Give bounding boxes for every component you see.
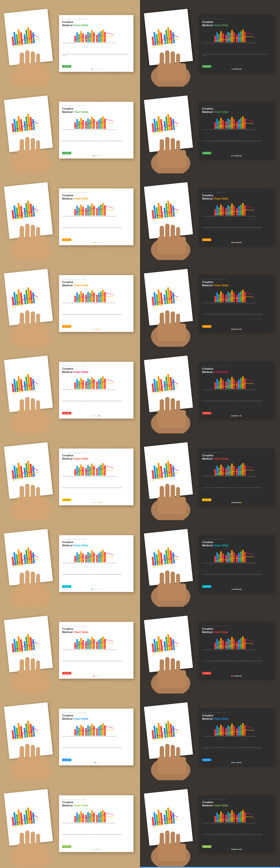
dot-0[interactable] (91, 675, 92, 677)
dot-2[interactable] (95, 849, 96, 850)
btn-r2-left[interactable]: Learn More (62, 152, 71, 154)
dot-5[interactable] (240, 849, 241, 850)
dot-2[interactable] (235, 502, 236, 503)
dot-3[interactable] (97, 675, 98, 677)
dot-4[interactable] (99, 675, 100, 677)
btn-r4-left[interactable]: Learn More (62, 325, 71, 328)
dot-5[interactable] (240, 675, 241, 677)
dot-d5[interactable] (239, 68, 240, 70)
btn-r4-right[interactable]: Learn More (202, 325, 211, 328)
dot-2[interactable] (235, 415, 236, 416)
dot-5[interactable] (240, 415, 241, 416)
dot-0[interactable] (91, 242, 92, 243)
dot-4[interactable] (239, 242, 240, 243)
dot-3[interactable] (237, 502, 238, 503)
btn-r10-left[interactable]: Learn More (62, 845, 71, 848)
dot-0[interactable] (91, 155, 92, 156)
dot-6[interactable] (100, 68, 101, 70)
dot-3[interactable] (237, 762, 238, 763)
dot-5[interactable] (100, 849, 101, 850)
dot-5[interactable] (100, 329, 101, 330)
dot-3[interactable] (97, 762, 98, 763)
dot-3[interactable] (97, 849, 98, 850)
dot-4[interactable] (99, 242, 100, 243)
dot-1[interactable] (93, 589, 94, 590)
dot-5[interactable] (100, 675, 101, 677)
dot-4[interactable] (239, 502, 240, 503)
dot-0[interactable] (231, 675, 232, 677)
dot-5[interactable] (100, 242, 101, 243)
dot-1[interactable] (93, 329, 94, 330)
dot-1[interactable] (233, 415, 234, 416)
dot-3[interactable] (237, 155, 238, 156)
dot-2[interactable] (235, 849, 236, 850)
dot-0[interactable] (231, 155, 232, 156)
dot-5[interactable] (240, 762, 241, 763)
dot-5[interactable] (100, 762, 101, 763)
slide-btn[interactable]: Learn More (62, 65, 71, 68)
dot-0[interactable] (231, 502, 232, 503)
dot-4[interactable] (99, 329, 100, 330)
dot-2[interactable] (95, 242, 96, 243)
dot-2[interactable] (235, 155, 236, 156)
dot-2[interactable] (95, 415, 96, 416)
dot-4[interactable] (239, 762, 240, 763)
dot-1[interactable] (93, 762, 94, 763)
dot-5[interactable] (99, 68, 100, 70)
dot-5[interactable] (240, 502, 241, 503)
dot-5[interactable] (240, 242, 241, 243)
dot-4[interactable] (239, 849, 240, 850)
btn-r6-left[interactable]: Learn More (62, 498, 71, 501)
dot-0[interactable] (91, 502, 92, 503)
dot-4[interactable] (239, 415, 240, 416)
dot-1[interactable] (233, 329, 234, 330)
dot-2[interactable] (95, 762, 96, 763)
dot-2[interactable] (235, 329, 236, 330)
dot-1[interactable] (233, 502, 234, 503)
dot-2[interactable] (235, 762, 236, 763)
dot-5[interactable] (100, 155, 101, 156)
dot-0[interactable] (91, 415, 92, 416)
btn-r10-right[interactable]: Learn More (202, 845, 211, 848)
dot-4[interactable] (97, 68, 98, 70)
dot-1[interactable] (233, 155, 234, 156)
btn-r7-right[interactable]: Learn More (202, 585, 211, 588)
dot-5[interactable] (240, 329, 241, 330)
dot-2[interactable] (235, 242, 236, 243)
dot-0[interactable] (91, 762, 92, 763)
slide-btn-dark[interactable]: Learn More (202, 65, 211, 68)
dot-4[interactable] (99, 849, 100, 850)
dot-1[interactable] (233, 675, 234, 677)
dot-4[interactable] (99, 762, 100, 763)
dot-3[interactable] (97, 329, 98, 330)
dot-d2[interactable] (233, 68, 234, 70)
dot-3[interactable] (95, 68, 96, 70)
dot-3[interactable] (237, 415, 238, 416)
dot-5[interactable] (100, 589, 101, 590)
dot-1[interactable] (93, 415, 94, 416)
dot-0[interactable] (231, 415, 232, 416)
btn-r9-left[interactable]: Learn More (62, 758, 71, 761)
btn-r3-right[interactable]: Learn More (202, 239, 211, 241)
btn-r2-right[interactable]: Learn More (202, 152, 211, 154)
dot-4[interactable] (239, 675, 240, 677)
btn-r5-right[interactable]: Learn More (202, 412, 211, 414)
dot-4[interactable] (239, 329, 240, 330)
dot-3[interactable] (97, 589, 98, 590)
dot-4[interactable] (99, 155, 100, 156)
dot-1[interactable] (93, 675, 94, 677)
dot-0[interactable] (231, 589, 232, 590)
dot-2[interactable] (95, 502, 96, 503)
dot-1[interactable] (233, 242, 234, 243)
dot-3[interactable] (237, 589, 238, 590)
dot-0[interactable] (91, 589, 92, 590)
dot-3[interactable] (237, 242, 238, 243)
dot-0[interactable] (231, 849, 232, 850)
dot-d3[interactable] (235, 68, 236, 70)
dot-3[interactable] (237, 675, 238, 677)
dot-d4[interactable] (237, 68, 238, 70)
dot-4[interactable] (239, 155, 240, 156)
dot-2[interactable] (95, 589, 96, 590)
dot-4[interactable] (99, 502, 100, 503)
dot-1[interactable] (233, 849, 234, 850)
